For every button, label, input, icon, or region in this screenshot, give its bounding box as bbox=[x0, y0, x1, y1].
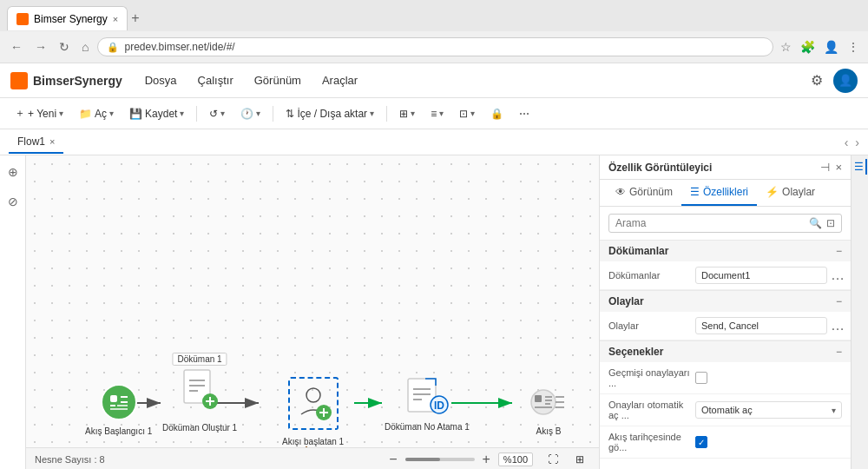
canvas-bottom-bar: Nesne Sayısı : 8 − + %100 ⛶ ⊞ bbox=[26, 447, 599, 469]
section-events-title: Olaylar bbox=[608, 295, 644, 307]
flow1-tab-close[interactable]: × bbox=[49, 136, 55, 147]
node-create-doc[interactable]: Döküman 1 Döküman Oluştur 1 bbox=[162, 368, 237, 433]
tab-close-btn[interactable]: × bbox=[113, 14, 118, 24]
section-documents-toggle[interactable]: − bbox=[836, 245, 842, 257]
open-button[interactable]: 📁 Aç ▾ bbox=[73, 105, 120, 122]
svg-text:ID: ID bbox=[434, 400, 444, 412]
events-input[interactable] bbox=[695, 317, 827, 334]
menu-item-calistir[interactable]: Çalıştır bbox=[189, 70, 242, 90]
schedule-dropdown-arrow: ▾ bbox=[256, 109, 260, 118]
layout-button[interactable]: ≡ ▾ bbox=[424, 105, 450, 122]
address-bar[interactable]: 🔒 predev.bimser.net/ide/#/ bbox=[97, 37, 773, 56]
tarihce-checkbox[interactable]: ✓ bbox=[695, 436, 707, 448]
flow1-tab-label: Flow1 bbox=[17, 135, 45, 148]
star-button[interactable]: ☆ bbox=[779, 38, 793, 56]
gecmis-checkbox[interactable] bbox=[695, 372, 707, 384]
panel-pin-button[interactable]: ⊣ bbox=[820, 161, 830, 174]
node-start-label: Akış Başlangıcı 1 bbox=[85, 426, 152, 436]
browser-menu-button[interactable]: ⋮ bbox=[845, 38, 861, 56]
zoom-level: %100 bbox=[498, 452, 533, 466]
section-documents-title: Dökümanlar bbox=[608, 245, 668, 257]
save-button[interactable]: 💾 Kaydet ▾ bbox=[123, 105, 190, 122]
grid-button[interactable]: ⊞ ▾ bbox=[393, 105, 421, 122]
zoom-out-button[interactable]: − bbox=[386, 452, 399, 467]
schedule-button[interactable]: 🕐 ▾ bbox=[234, 105, 266, 122]
import-export-button[interactable]: ⇅ İçe / Dışa aktar ▾ bbox=[279, 105, 380, 122]
property-events-row: Olaylar … bbox=[600, 312, 851, 340]
extensions-button[interactable]: 🧩 bbox=[799, 38, 817, 56]
app-logo: BimserSynergy bbox=[10, 72, 122, 89]
tab-favicon bbox=[16, 13, 29, 25]
assign-no-icon: ID bbox=[404, 377, 450, 419]
panel-close-button[interactable]: × bbox=[835, 161, 842, 174]
property-tarihce-row: Akış tarihçesinde gö... ✓ bbox=[600, 426, 851, 459]
menu-item-gorunum[interactable]: Görünüm bbox=[246, 70, 310, 90]
address-text: predev.bimser.net/ide/#/ bbox=[124, 41, 764, 53]
reload-button[interactable]: ↻ bbox=[56, 38, 73, 56]
onay-dropdown[interactable]: Otomatik aç ▾ bbox=[695, 401, 842, 419]
tab-properties[interactable]: ☰ Özellikleri bbox=[681, 180, 757, 206]
zoom-controls: − + %100 ⛶ ⊞ bbox=[386, 451, 590, 468]
section-events-toggle[interactable]: − bbox=[836, 295, 842, 307]
flow1-tab[interactable]: Flow1 × bbox=[9, 131, 63, 154]
tab-next-button[interactable]: › bbox=[855, 135, 859, 149]
home-button[interactable]: ⌂ bbox=[78, 38, 92, 56]
forward-button[interactable]: → bbox=[31, 38, 50, 56]
header-right: ⚙ 👤 bbox=[809, 69, 858, 93]
toolbar: ＋ + Yeni ▾ 📁 Aç ▾ 💾 Kaydet ▾ ↺ ▾ 🕐 ▾ ⇅ İ… bbox=[0, 98, 868, 129]
lock-icon: 🔒 bbox=[490, 108, 503, 120]
property-documents-value: … bbox=[695, 267, 848, 284]
extra-button[interactable]: ⋯ bbox=[513, 105, 536, 122]
tab-prev-button[interactable]: ‹ bbox=[845, 135, 849, 149]
doc-label: Döküman 1 bbox=[173, 353, 227, 366]
node-flow-end-label: Akış B bbox=[536, 426, 562, 436]
group-button[interactable]: ⊡ ▾ bbox=[453, 105, 481, 122]
search-action-button[interactable]: ⊡ bbox=[826, 217, 835, 229]
property-onay-label: Onayları otomatik aç ... bbox=[608, 400, 695, 420]
panel-header-actions: ⊣ × bbox=[820, 161, 842, 174]
property-documents-label: Dökümanlar bbox=[608, 270, 695, 281]
menu-item-dosya[interactable]: Dosya bbox=[136, 70, 186, 90]
browser-tab[interactable]: Bimser Synergy × bbox=[7, 6, 128, 30]
open-label: Aç bbox=[95, 108, 107, 120]
profile-button[interactable]: 👤 bbox=[822, 38, 840, 56]
import-export-label: İçe / Dışa aktar bbox=[297, 108, 367, 120]
grid-dropdown-arrow: ▾ bbox=[411, 109, 415, 118]
grid-view-button[interactable]: ⊞ bbox=[569, 451, 590, 468]
undo-button[interactable]: ↺ ▾ bbox=[203, 105, 231, 122]
app-header: BimserSynergy Dosya Çalıştır Görünüm Ara… bbox=[0, 63, 868, 98]
documents-input[interactable] bbox=[695, 267, 827, 284]
sidebar-tool-2[interactable]: ⊘ bbox=[5, 192, 21, 211]
node-assign-no[interactable]: ID Döküman No Atama 1 bbox=[385, 377, 470, 432]
sidebar-tool-1[interactable]: ⊕ bbox=[5, 162, 21, 182]
new-icon: ＋ bbox=[15, 106, 25, 121]
section-options-toggle[interactable]: − bbox=[836, 346, 842, 358]
events-more-button[interactable]: … bbox=[827, 318, 848, 334]
node-flow-end[interactable]: Akış B bbox=[528, 381, 569, 436]
property-gecmis-label: Geçmişi onaylayarı ... bbox=[608, 367, 695, 388]
user-avatar-button[interactable]: 👤 bbox=[833, 69, 858, 93]
save-icon: 💾 bbox=[129, 108, 142, 120]
node-start[interactable]: Akış Başlangıcı 1 bbox=[85, 381, 152, 436]
folder-icon: 📁 bbox=[79, 108, 92, 120]
property-events-label: Olaylar bbox=[608, 320, 695, 331]
tab-view[interactable]: 👁 Görünüm bbox=[607, 180, 681, 206]
new-button[interactable]: ＋ + Yeni ▾ bbox=[9, 103, 69, 123]
search-icon: 🔍 bbox=[809, 217, 822, 229]
search-input[interactable] bbox=[615, 217, 805, 229]
menu-item-araclar[interactable]: Araçlar bbox=[313, 70, 366, 90]
edge-properties-icon[interactable]: ☰ bbox=[852, 159, 867, 175]
flow-canvas[interactable]: Akış Başlangıcı 1 Döküman 1 Döküman Oluş… bbox=[26, 155, 599, 469]
tab-title: Bimser Synergy bbox=[34, 13, 108, 25]
zoom-bar[interactable] bbox=[405, 458, 475, 461]
zoom-in-button[interactable]: + bbox=[480, 452, 493, 467]
settings-button[interactable]: ⚙ bbox=[809, 70, 825, 90]
property-gecmis-row: Geçmişi onaylayarı ... bbox=[600, 362, 851, 394]
new-tab-button[interactable]: + bbox=[131, 11, 139, 25]
documents-more-button[interactable]: … bbox=[827, 268, 848, 283]
lock-button[interactable]: 🔒 bbox=[484, 105, 510, 122]
tab-events[interactable]: ⚡ Olaylar bbox=[757, 180, 824, 206]
node-start-flow[interactable]: Akışı başlatan 1 bbox=[282, 377, 344, 446]
fit-view-button[interactable]: ⛶ bbox=[542, 451, 564, 468]
back-button[interactable]: ← bbox=[7, 38, 26, 56]
